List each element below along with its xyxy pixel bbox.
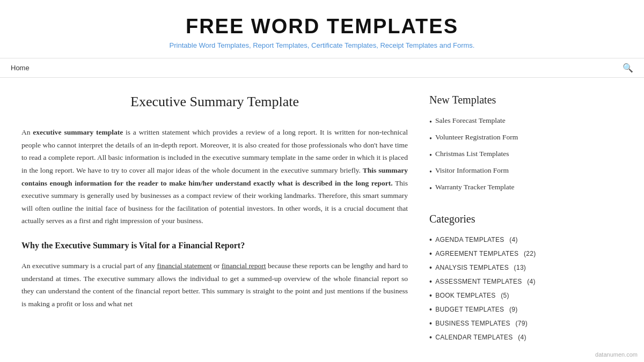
categories-section: Categories AGENDA TEMPLATES (4) AGREEMEN… [429,213,558,344]
new-template-link-5[interactable]: Warranty Tracker Template [435,183,515,191]
category-item: ASSESSMENT TEMPLATES (4) [429,275,558,289]
site-title: FREE WORD TEMPLATES [11,15,633,38]
list-item: Sales Forecast Template [429,114,558,130]
category-link-budget[interactable]: BUDGET TEMPLATES [435,306,504,313]
category-link-agenda[interactable]: AGENDA TEMPLATES [435,236,504,243]
list-item: Volunteer Registration Form [429,130,558,147]
category-item: AGENDA TEMPLATES (4) [429,233,558,247]
category-link-business[interactable]: BUSINESS TEMPLATES [435,320,510,327]
nav-home[interactable]: Home [11,64,30,72]
category-item: BUSINESS TEMPLATES (79) [429,316,558,330]
new-templates-list: Sales Forecast Template Volunteer Regist… [429,114,558,197]
category-link-calendar[interactable]: CALENDAR TEMPLATES [435,334,513,341]
new-templates-section: New Templates Sales Forecast Template Vo… [429,94,558,197]
site-header: FREE WORD TEMPLATES Printable Word Templ… [0,0,644,58]
category-link-agreement[interactable]: AGREEMENT TEMPLATES [435,250,518,257]
intro-paragraph: An executive summary template is a writt… [21,126,408,227]
site-subtitle: Printable Word Templates, Report Templat… [11,41,633,49]
category-link-analysis[interactable]: ANALYSIS TEMPLATES [435,264,509,271]
new-templates-title: New Templates [429,94,558,106]
article-title: Executive Summary Template [21,94,408,110]
sidebar: New Templates Sales Forecast Template Vo… [429,94,558,360]
new-template-link-4[interactable]: Visitor Information Form [435,166,509,175]
new-template-link-1[interactable]: Sales Forecast Template [435,116,506,125]
new-template-link-3[interactable]: Christmas List Templates [435,150,509,158]
footer-watermark: datanumen.com [595,351,638,358]
category-item: CALENDAR TEMPLATES (4) [429,330,558,344]
section1-paragraph: An executive summary is a crucial part o… [21,260,408,311]
section1-plain: An executive summary is a crucial part o… [21,262,157,270]
intro-bold: executive summary template [33,128,123,136]
intro-plain: An [21,128,33,136]
main-container: Executive Summary Template An executive … [11,78,633,362]
category-item: BUDGET TEMPLATES (9) [429,302,558,316]
categories-title: Categories [429,213,558,225]
financial-report-link[interactable]: financial report [222,262,266,270]
content-area: Executive Summary Template An executive … [21,94,408,360]
list-item: Warranty Tracker Template [429,180,558,197]
section1-mid: or [212,262,222,270]
category-link-book[interactable]: BOOK TEMPLATES [435,292,495,299]
section1-heading: Why the Executive Summary is Vital for a… [21,238,408,253]
nav-links: Home [11,64,30,72]
category-item: ANALYSIS TEMPLATES (13) [429,261,558,275]
categories-list: AGENDA TEMPLATES (4) AGREEMENT TEMPLATES… [429,233,558,344]
new-template-link-2[interactable]: Volunteer Registration Form [435,133,518,142]
site-nav: Home 🔍 [0,58,644,78]
category-link-assessment[interactable]: ASSESSMENT TEMPLATES [435,278,522,285]
list-item: Visitor Information Form [429,164,558,180]
category-item: BOOK TEMPLATES (5) [429,289,558,302]
list-item: Christmas List Templates [429,147,558,164]
financial-statement-link[interactable]: financial statement [157,262,211,270]
category-item: AGREEMENT TEMPLATES (22) [429,247,558,261]
article-body: An executive summary template is a writt… [21,126,408,311]
search-icon[interactable]: 🔍 [623,63,633,73]
